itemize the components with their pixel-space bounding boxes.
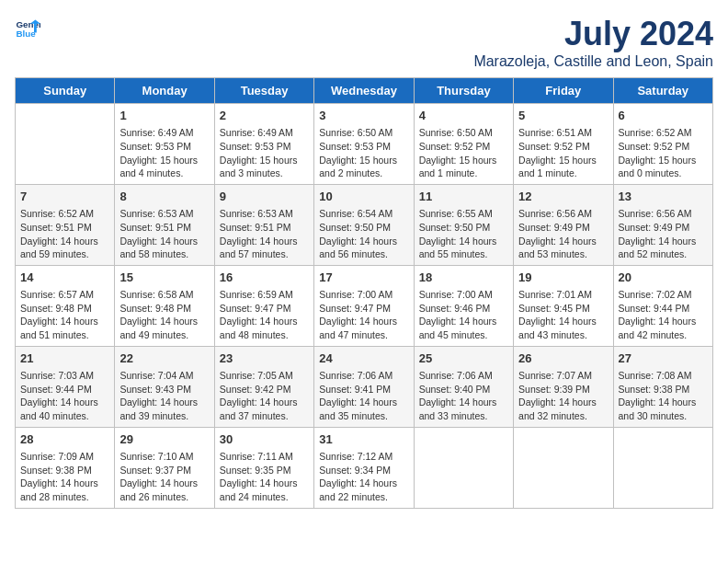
day-cell: 9Sunrise: 6:53 AMSunset: 9:51 PMDaylight… (214, 184, 313, 265)
day-cell: 18Sunrise: 7:00 AMSunset: 9:46 PMDayligh… (414, 265, 513, 346)
day-cell: 23Sunrise: 7:05 AMSunset: 9:42 PMDayligh… (214, 346, 313, 427)
week-row-2: 14Sunrise: 6:57 AMSunset: 9:48 PMDayligh… (16, 265, 713, 346)
day-info: Sunrise: 6:57 AMSunset: 9:48 PMDaylight:… (20, 288, 109, 342)
day-number: 19 (518, 270, 608, 286)
day-info: Sunrise: 6:53 AMSunset: 9:51 PMDaylight:… (119, 207, 209, 261)
day-cell: 27Sunrise: 7:08 AMSunset: 9:38 PMDayligh… (613, 346, 712, 427)
day-info: Sunrise: 7:09 AMSunset: 9:38 PMDaylight:… (20, 450, 109, 504)
day-cell: 10Sunrise: 6:54 AMSunset: 9:50 PMDayligh… (314, 184, 414, 265)
day-number: 26 (518, 350, 608, 367)
day-cell: 12Sunrise: 6:56 AMSunset: 9:49 PMDayligh… (514, 184, 613, 265)
day-number: 2 (220, 108, 309, 124)
day-info: Sunrise: 6:50 AMSunset: 9:53 PMDaylight:… (319, 126, 408, 180)
day-info: Sunrise: 6:51 AMSunset: 9:52 PMDaylight:… (518, 126, 608, 180)
day-number: 22 (119, 350, 209, 367)
day-number: 18 (419, 270, 508, 286)
day-info: Sunrise: 6:55 AMSunset: 9:50 PMDaylight:… (419, 207, 508, 261)
day-number: 13 (619, 189, 708, 205)
day-number: 10 (319, 189, 408, 205)
day-cell (514, 427, 613, 508)
day-cell: 1Sunrise: 6:49 AMSunset: 9:53 PMDaylight… (115, 104, 214, 185)
day-info: Sunrise: 6:49 AMSunset: 9:53 PMDaylight:… (119, 126, 209, 180)
main-title: July 2024 (473, 15, 713, 53)
day-number: 9 (220, 189, 309, 205)
header-row: SundayMondayTuesdayWednesdayThursdayFrid… (16, 78, 713, 104)
day-info: Sunrise: 6:49 AMSunset: 9:53 PMDaylight:… (220, 126, 309, 180)
header-day-tuesday: Tuesday (214, 78, 313, 104)
day-cell: 22Sunrise: 7:04 AMSunset: 9:43 PMDayligh… (115, 346, 214, 427)
day-info: Sunrise: 6:56 AMSunset: 9:49 PMDaylight:… (518, 207, 608, 261)
week-row-1: 7Sunrise: 6:52 AMSunset: 9:51 PMDaylight… (16, 184, 713, 265)
day-info: Sunrise: 7:01 AMSunset: 9:45 PMDaylight:… (518, 288, 608, 342)
day-number: 16 (220, 270, 309, 286)
day-number: 29 (119, 431, 209, 448)
day-cell: 3Sunrise: 6:50 AMSunset: 9:53 PMDaylight… (314, 104, 414, 185)
day-info: Sunrise: 7:08 AMSunset: 9:38 PMDaylight:… (619, 369, 708, 423)
day-cell: 26Sunrise: 7:07 AMSunset: 9:39 PMDayligh… (514, 346, 613, 427)
day-cell: 7Sunrise: 6:52 AMSunset: 9:51 PMDaylight… (16, 184, 115, 265)
day-info: Sunrise: 6:53 AMSunset: 9:51 PMDaylight:… (220, 207, 309, 261)
day-cell: 13Sunrise: 6:56 AMSunset: 9:49 PMDayligh… (613, 184, 712, 265)
day-number: 25 (419, 350, 508, 367)
day-number: 15 (119, 270, 209, 286)
day-info: Sunrise: 6:52 AMSunset: 9:51 PMDaylight:… (20, 207, 109, 261)
day-number: 21 (20, 350, 109, 367)
day-cell: 20Sunrise: 7:02 AMSunset: 9:44 PMDayligh… (613, 265, 712, 346)
day-number: 24 (319, 350, 408, 367)
calendar-header: SundayMondayTuesdayWednesdayThursdayFrid… (16, 78, 713, 104)
day-cell: 2Sunrise: 6:49 AMSunset: 9:53 PMDaylight… (214, 104, 313, 185)
header-day-saturday: Saturday (613, 78, 712, 104)
subtitle: Marazoleja, Castille and Leon, Spain (473, 53, 713, 70)
day-number: 5 (518, 108, 608, 124)
day-cell: 17Sunrise: 7:00 AMSunset: 9:47 PMDayligh… (314, 265, 414, 346)
day-cell: 30Sunrise: 7:11 AMSunset: 9:35 PMDayligh… (214, 427, 313, 508)
day-cell: 24Sunrise: 7:06 AMSunset: 9:41 PMDayligh… (314, 346, 414, 427)
svg-text:Blue: Blue (16, 29, 36, 39)
calendar-table: SundayMondayTuesdayWednesdayThursdayFrid… (15, 77, 713, 509)
day-number: 17 (319, 270, 408, 286)
day-cell (414, 427, 513, 508)
header-day-thursday: Thursday (414, 78, 513, 104)
day-cell: 14Sunrise: 6:57 AMSunset: 9:48 PMDayligh… (16, 265, 115, 346)
day-number: 28 (20, 431, 109, 448)
day-info: Sunrise: 7:12 AMSunset: 9:34 PMDaylight:… (319, 450, 408, 504)
day-cell: 16Sunrise: 6:59 AMSunset: 9:47 PMDayligh… (214, 265, 313, 346)
day-number: 31 (319, 431, 408, 448)
day-info: Sunrise: 6:58 AMSunset: 9:48 PMDaylight:… (119, 288, 209, 342)
day-cell: 5Sunrise: 6:51 AMSunset: 9:52 PMDaylight… (514, 104, 613, 185)
day-cell: 21Sunrise: 7:03 AMSunset: 9:44 PMDayligh… (16, 346, 115, 427)
header-day-sunday: Sunday (16, 78, 115, 104)
day-cell: 19Sunrise: 7:01 AMSunset: 9:45 PMDayligh… (514, 265, 613, 346)
header-day-monday: Monday (115, 78, 214, 104)
logo: General Blue (15, 15, 40, 40)
day-cell: 29Sunrise: 7:10 AMSunset: 9:37 PMDayligh… (115, 427, 214, 508)
day-cell: 31Sunrise: 7:12 AMSunset: 9:34 PMDayligh… (314, 427, 414, 508)
day-cell: 11Sunrise: 6:55 AMSunset: 9:50 PMDayligh… (414, 184, 513, 265)
day-number: 7 (20, 189, 109, 205)
day-info: Sunrise: 6:52 AMSunset: 9:52 PMDaylight:… (619, 126, 708, 180)
day-info: Sunrise: 7:03 AMSunset: 9:44 PMDaylight:… (20, 369, 109, 423)
day-cell (613, 427, 712, 508)
day-info: Sunrise: 7:06 AMSunset: 9:41 PMDaylight:… (319, 369, 408, 423)
day-info: Sunrise: 7:07 AMSunset: 9:39 PMDaylight:… (518, 369, 608, 423)
day-cell: 4Sunrise: 6:50 AMSunset: 9:52 PMDaylight… (414, 104, 513, 185)
day-cell: 25Sunrise: 7:06 AMSunset: 9:40 PMDayligh… (414, 346, 513, 427)
header-day-wednesday: Wednesday (314, 78, 414, 104)
day-cell: 28Sunrise: 7:09 AMSunset: 9:38 PMDayligh… (16, 427, 115, 508)
day-info: Sunrise: 6:54 AMSunset: 9:50 PMDaylight:… (319, 207, 408, 261)
day-info: Sunrise: 7:11 AMSunset: 9:35 PMDaylight:… (220, 450, 309, 504)
title-area: July 2024 Marazoleja, Castille and Leon,… (473, 15, 713, 70)
day-number: 6 (619, 108, 708, 124)
day-number: 8 (119, 189, 209, 205)
day-info: Sunrise: 7:05 AMSunset: 9:42 PMDaylight:… (220, 369, 309, 423)
day-info: Sunrise: 7:06 AMSunset: 9:40 PMDaylight:… (419, 369, 508, 423)
day-number: 1 (119, 108, 209, 124)
day-number: 23 (220, 350, 309, 367)
day-number: 30 (220, 431, 309, 448)
day-number: 3 (319, 108, 408, 124)
day-info: Sunrise: 7:00 AMSunset: 9:47 PMDaylight:… (319, 288, 408, 342)
day-cell: 15Sunrise: 6:58 AMSunset: 9:48 PMDayligh… (115, 265, 214, 346)
day-info: Sunrise: 6:50 AMSunset: 9:52 PMDaylight:… (419, 126, 508, 180)
logo-icon: General Blue (15, 15, 40, 40)
day-number: 11 (419, 189, 508, 205)
